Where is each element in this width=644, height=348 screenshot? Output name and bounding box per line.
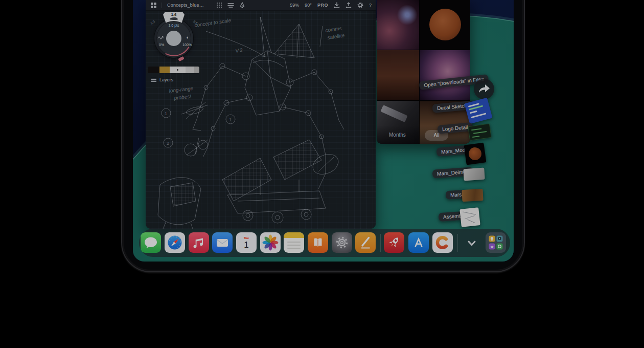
dock-icon-app-store[interactable]	[408, 232, 429, 253]
dock-divider-2	[457, 234, 458, 252]
thumbnail-assembly	[459, 207, 480, 227]
calendar-day-number: 1	[244, 240, 248, 250]
notes-header-band	[284, 232, 304, 238]
dock-icon-notes[interactable]	[284, 232, 304, 253]
dock-icon-music[interactable]	[189, 232, 209, 253]
ipad-screen: Concepts_blue… 59% 90° PRO	[133, 0, 514, 262]
dock-icon-pages[interactable]	[355, 232, 376, 253]
dock-icon-settings[interactable]	[332, 232, 352, 253]
dock-divider	[380, 234, 381, 252]
dock-icon-photos[interactable]	[260, 232, 281, 253]
share-button[interactable]	[474, 79, 494, 99]
dock: Tue 1	[139, 229, 510, 257]
thumbnail-mars	[462, 189, 483, 202]
forward-arrow-icon	[478, 84, 490, 94]
dock-icon-concepts[interactable]	[432, 232, 453, 253]
dock-icon-safari[interactable]	[165, 232, 185, 253]
envelope-icon	[217, 239, 228, 247]
thumbnail-mars-model	[464, 142, 486, 165]
dock-icon-calendar[interactable]: Tue 1	[236, 232, 257, 253]
dock-icon-mail[interactable]	[212, 232, 233, 253]
product-shot-background: Concepts_blue… 59% 90° PRO	[0, 0, 644, 348]
chevron-down-icon	[466, 237, 478, 249]
svg-text:★: ★	[490, 245, 494, 249]
dock-collapse-chevron[interactable]	[466, 237, 478, 249]
dock-icon-rocket[interactable]	[384, 232, 404, 253]
drag-and-drop-layer: Open “Downloads” in Files Decal Sketches…	[133, 0, 514, 262]
dock-icon-books[interactable]	[308, 232, 328, 253]
drag-item-logo-detail[interactable]: Logo Detail	[437, 122, 473, 134]
thumbnail-mars-deimos	[463, 168, 485, 181]
calendar-day-name: Tue	[244, 236, 249, 240]
dock-icon-messages[interactable]	[141, 232, 161, 253]
dock-icon-app-library[interactable]: ★	[486, 232, 506, 253]
thumbnail-logo-detail	[468, 123, 491, 141]
